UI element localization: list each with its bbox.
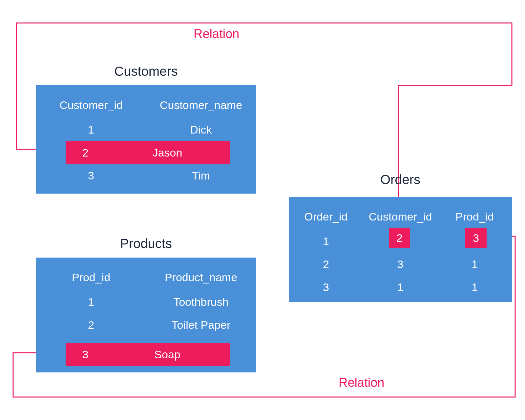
table-row: 1 Dick <box>36 118 256 141</box>
diagram-canvas: Relation Relation Customers Customer_id … <box>0 0 525 420</box>
products-h2: Product_name <box>146 271 256 284</box>
orders-header: Order_id Customer_id Prod_id <box>289 203 512 230</box>
products-highlight-row: 3 Soap <box>66 343 230 366</box>
products-r3c1: 3 <box>66 348 105 361</box>
customers-highlight-row: 2 Jason <box>66 141 230 164</box>
orders-r3c2: 1 <box>363 281 438 294</box>
products-r1c1: 1 <box>36 296 146 308</box>
customers-r1c1: 1 <box>36 123 146 136</box>
customers-r1c2: Dick <box>146 123 256 136</box>
products-header: Prod_id Product_name <box>36 264 256 290</box>
products-title: Products <box>36 236 256 251</box>
customers-h2: Customer_name <box>146 99 256 112</box>
orders-h2: Customer_id <box>363 210 438 223</box>
products-r2c1: 2 <box>36 319 146 331</box>
products-r1c2: Toothbrush <box>146 296 256 308</box>
table-row: 3 Tim <box>36 164 256 187</box>
orders-r2c1: 2 <box>289 258 363 271</box>
customers-table: Customer_id Customer_name 1 Dick 3 Tim <box>36 85 256 194</box>
table-row: 3 1 1 <box>289 276 512 299</box>
orders-table: Order_id Customer_id Prod_id 1 2 3 1 3 1… <box>289 197 512 302</box>
customers-r3c1: 3 <box>36 169 146 182</box>
orders-r2c3: 1 <box>437 258 512 271</box>
table-row: 2 3 1 <box>289 253 512 276</box>
orders-h1: Order_id <box>289 210 363 223</box>
orders-r1c1: 1 <box>289 235 363 248</box>
table-row: 2 Toilet Paper <box>36 313 256 336</box>
customers-header: Customer_id Customer_name <box>36 92 256 118</box>
customers-r2c2: Jason <box>105 146 230 159</box>
orders-title: Orders <box>289 172 512 187</box>
customers-r2c1: 2 <box>66 146 105 159</box>
relation-label-bottom: Relation <box>339 376 384 390</box>
products-r2c2: Toilet Paper <box>146 319 256 331</box>
orders-highlight-customer: 2 <box>389 228 410 248</box>
products-h1: Prod_id <box>36 271 146 284</box>
products-r3c2: Soap <box>105 348 230 361</box>
orders-r3c3: 1 <box>437 281 512 294</box>
relation-label-top: Relation <box>194 27 239 41</box>
customers-title: Customers <box>36 64 256 79</box>
table-row: 1 Toothbrush <box>36 290 256 313</box>
orders-highlight-prod: 3 <box>465 228 487 248</box>
orders-r3c1: 3 <box>289 281 363 294</box>
customers-r3c2: Tim <box>146 169 256 182</box>
orders-h3: Prod_id <box>437 210 512 223</box>
customers-h1: Customer_id <box>36 99 146 112</box>
orders-r2c2: 3 <box>363 258 438 271</box>
